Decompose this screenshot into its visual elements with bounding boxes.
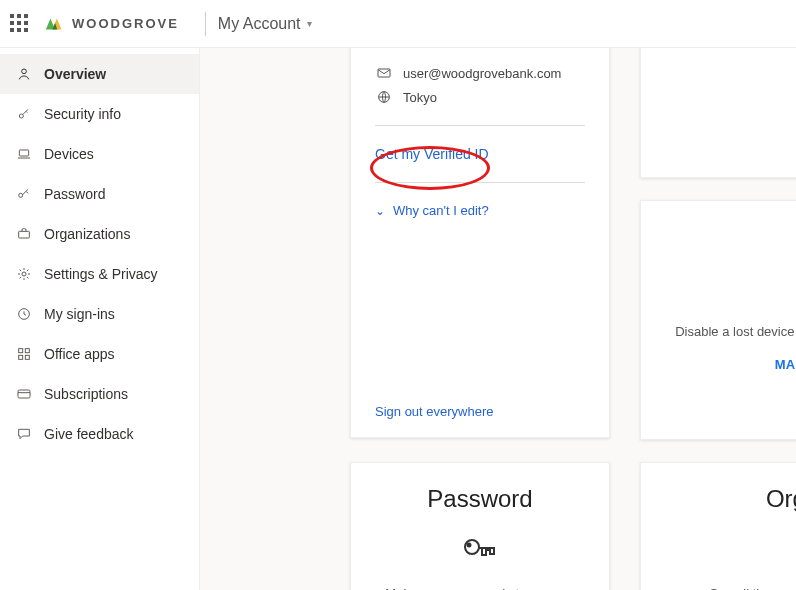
svg-rect-7 [19,349,23,353]
svg-rect-11 [18,390,30,398]
svg-point-16 [468,544,471,547]
organizations-card-desc: See all the organizations that you're a … [665,585,796,590]
key-icon [14,106,34,122]
manage-devices-label: MANAGE DEVICES [775,357,796,372]
profile-card: user@woodgrovebank.com Tokyo Get my Veri… [350,48,610,438]
why-cant-i-edit-link[interactable]: ⌄ Why can't I edit? [375,203,585,218]
laptop-icon [665,261,796,309]
password-card: Password Make your password stronger, or… [350,462,610,590]
svg-rect-9 [19,355,23,359]
why-cant-i-edit-label: Why can't I edit? [393,203,489,218]
brand-logo[interactable]: WOODGROVE [44,13,179,35]
sidebar: Overview Security info Devices Password … [0,48,200,590]
profile-location: Tokyo [403,90,437,105]
sidebar-item-password[interactable]: Password [0,174,199,214]
content-area: user@woodgrovebank.com Tokyo Get my Veri… [200,48,796,590]
manage-devices-link[interactable]: MANAGE DEVICES › [665,357,796,372]
sidebar-item-label: Office apps [44,346,115,362]
svg-point-5 [22,272,26,276]
layout: Overview Security info Devices Password … [0,48,796,590]
svg-point-15 [465,540,479,554]
profile-email-row: user@woodgrovebank.com [375,65,585,81]
mail-icon [375,65,393,81]
sidebar-item-organizations[interactable]: Organizations [0,214,199,254]
divider [205,12,206,36]
globe-icon [375,89,393,105]
sidebar-item-overview[interactable]: Overview [0,54,199,94]
svg-point-0 [22,69,27,74]
update-info-card: UPDATE INFO › [640,48,796,178]
briefcase-icon [665,523,796,571]
divider [375,125,585,126]
sidebar-item-label: Devices [44,146,94,162]
sidebar-item-give-feedback[interactable]: Give feedback [0,414,199,454]
apps-icon [14,346,34,362]
clock-icon [14,306,34,322]
page-title-dropdown[interactable]: My Account ▾ [218,15,312,33]
svg-rect-10 [25,355,29,359]
svg-rect-2 [19,150,28,156]
sidebar-item-label: Organizations [44,226,130,242]
sidebar-item-subscriptions[interactable]: Subscriptions [0,374,199,414]
devices-card: Devices Disable a lost device and review… [640,200,796,440]
key-icon [375,523,585,571]
svg-point-3 [19,193,23,197]
sidebar-item-devices[interactable]: Devices [0,134,199,174]
sidebar-item-label: Subscriptions [44,386,128,402]
devices-card-desc: Disable a lost device and review your co… [665,323,796,341]
password-card-desc: Make your password stronger, or change i… [375,585,585,590]
gear-icon [14,266,34,282]
profile-email: user@woodgrovebank.com [403,66,561,81]
chevron-down-icon: ▾ [307,18,312,29]
chat-icon [14,426,34,442]
sidebar-item-label: Give feedback [44,426,134,442]
sidebar-item-label: Security info [44,106,121,122]
brand-name: WOODGROVE [72,16,179,31]
keyhole-icon [14,186,34,202]
divider [375,182,585,183]
person-icon [14,66,34,82]
app-launcher-icon[interactable] [10,14,30,34]
laptop-icon [14,146,34,162]
svg-rect-4 [19,231,30,238]
svg-rect-8 [25,349,29,353]
sidebar-item-label: Overview [44,66,106,82]
sidebar-item-label: Password [44,186,105,202]
svg-rect-12 [378,69,390,77]
get-verified-id-link[interactable]: Get my Verified ID [375,146,585,162]
sidebar-item-label: Settings & Privacy [44,266,158,282]
sign-out-everywhere-link[interactable]: Sign out everywhere [375,404,494,419]
profile-location-row: Tokyo [375,89,585,105]
sidebar-item-office-apps[interactable]: Office apps [0,334,199,374]
page-title: My Account [218,15,301,33]
topbar: WOODGROVE My Account ▾ [0,0,796,48]
organizations-card: Organizations See all the organizations … [640,462,796,590]
briefcase-icon [14,226,34,242]
brand-logo-icon [44,13,66,35]
sidebar-item-settings-privacy[interactable]: Settings & Privacy [0,254,199,294]
chevron-down-icon: ⌄ [375,204,385,218]
devices-card-title: Devices [665,223,796,251]
sidebar-item-label: My sign-ins [44,306,115,322]
card-icon [14,386,34,402]
sidebar-item-my-sign-ins[interactable]: My sign-ins [0,294,199,334]
svg-point-1 [19,114,23,118]
organizations-card-title: Organizations [665,485,796,513]
password-card-title: Password [375,485,585,513]
sidebar-item-security-info[interactable]: Security info [0,94,199,134]
